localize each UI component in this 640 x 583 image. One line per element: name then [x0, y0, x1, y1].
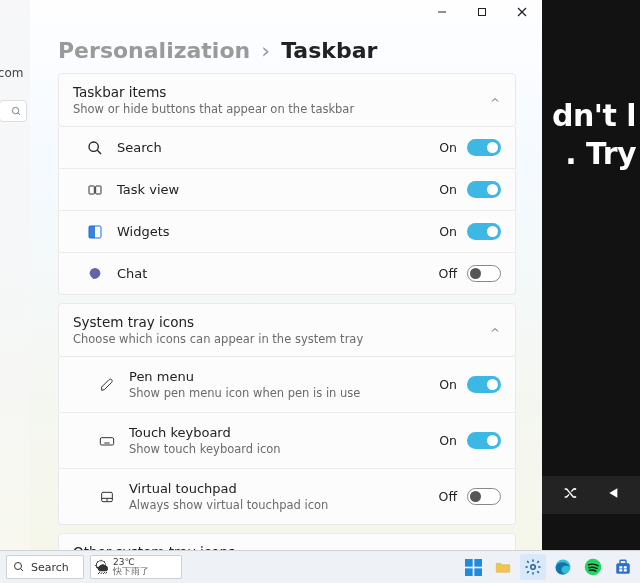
breadcrumb-separator: ›	[255, 38, 276, 63]
toggle-state-label: On	[439, 182, 457, 197]
section-system-tray-header[interactable]: System tray icons Choose which icons can…	[58, 303, 516, 357]
setting-row-search: Search On	[58, 127, 516, 169]
svg-point-6	[89, 142, 98, 151]
svg-rect-8	[89, 186, 94, 194]
setting-row-pen-menu: Pen menu Show pen menu icon when pen is …	[58, 357, 516, 413]
setting-label: Search	[117, 140, 425, 155]
virtual-touchpad-toggle[interactable]	[467, 488, 501, 505]
setting-row-chat: Chat Off	[58, 253, 516, 295]
setting-description: Show pen menu icon when pen is in use	[129, 386, 425, 400]
svg-rect-34	[624, 566, 627, 568]
previous-track-icon[interactable]	[604, 485, 620, 505]
background-window-fragment: .com	[0, 66, 23, 80]
setting-row-virtual-touchpad: Virtual touchpad Always show virtual tou…	[58, 469, 516, 525]
taskbar-search-box[interactable]: Search	[6, 555, 84, 579]
setting-label: Chat	[117, 266, 425, 281]
section-title: System tray icons	[73, 314, 363, 330]
window-caption-buttons	[30, 0, 542, 24]
toggle-state-label: On	[439, 377, 457, 392]
svg-rect-9	[96, 186, 101, 194]
svg-line-1	[18, 112, 20, 114]
svg-rect-26	[465, 568, 473, 576]
weather-icon: 🌦	[95, 560, 109, 575]
svg-rect-13	[100, 437, 113, 444]
media-controls	[542, 476, 640, 514]
svg-rect-36	[624, 569, 627, 571]
svg-rect-3	[479, 9, 486, 16]
task-view-toggle[interactable]	[467, 181, 501, 198]
keyboard-icon	[99, 433, 115, 449]
svg-line-23	[21, 569, 24, 572]
search-toggle[interactable]	[467, 139, 501, 156]
background-window-left: .com	[0, 0, 30, 550]
svg-line-7	[97, 150, 101, 154]
section-subtitle: Choose which icons can appear in the sys…	[73, 332, 363, 346]
setting-description: Always show virtual touchpad icon	[129, 498, 425, 512]
minimize-button[interactable]	[424, 1, 460, 23]
task-view-icon	[87, 182, 103, 198]
setting-label: Widgets	[117, 224, 425, 239]
svg-rect-33	[619, 566, 622, 568]
chevron-up-icon	[489, 324, 501, 336]
toggle-state-label: On	[439, 224, 457, 239]
svg-rect-27	[474, 568, 482, 576]
toggle-state-label: Off	[439, 266, 457, 281]
shuffle-icon[interactable]	[562, 485, 578, 505]
close-button[interactable]	[504, 1, 540, 23]
setting-row-task-view: Task view On	[58, 169, 516, 211]
svg-point-0	[12, 107, 18, 113]
toggle-state-label: Off	[439, 489, 457, 504]
settings-window: Personalization › Taskbar Taskbar items …	[30, 0, 542, 550]
setting-description: Show touch keyboard icon	[129, 442, 425, 456]
taskbar-app-store[interactable]	[610, 554, 636, 580]
taskbar-app-spotify[interactable]	[580, 554, 606, 580]
touchpad-icon	[99, 489, 115, 505]
taskbar-app-edge[interactable]	[550, 554, 576, 580]
page-title: Taskbar	[281, 38, 377, 63]
chat-toggle[interactable]	[467, 265, 501, 282]
pen-icon	[99, 377, 115, 393]
taskbar-search-label: Search	[31, 561, 69, 574]
chevron-up-icon	[489, 94, 501, 106]
weather-desc: 快下雨了	[113, 567, 149, 576]
setting-row-touch-keyboard: Touch keyboard Show touch keyboard icon …	[58, 413, 516, 469]
setting-row-widgets: Widgets On	[58, 211, 516, 253]
section-taskbar-items-header[interactable]: Taskbar items Show or hide buttons that …	[58, 73, 516, 127]
windows-taskbar: Search 🌦 23℃ 快下雨了	[0, 550, 640, 583]
svg-rect-32	[620, 560, 626, 564]
breadcrumb: Personalization › Taskbar	[30, 24, 542, 73]
svg-rect-31	[616, 563, 630, 574]
svg-rect-24	[465, 559, 473, 567]
setting-label: Virtual touchpad	[129, 481, 425, 496]
widgets-toggle[interactable]	[467, 223, 501, 240]
taskbar-app-explorer[interactable]	[490, 554, 516, 580]
touch-keyboard-toggle[interactable]	[467, 432, 501, 449]
setting-label: Touch keyboard	[129, 425, 425, 440]
svg-rect-11	[89, 226, 95, 238]
setting-label: Task view	[117, 182, 425, 197]
background-search-box[interactable]	[0, 100, 27, 122]
pen-menu-toggle[interactable]	[467, 376, 501, 393]
taskbar-app-settings[interactable]	[520, 554, 546, 580]
taskbar-weather-widget[interactable]: 🌦 23℃ 快下雨了	[90, 555, 182, 579]
chat-icon	[87, 266, 103, 282]
start-button[interactable]	[460, 554, 486, 580]
breadcrumb-parent[interactable]: Personalization	[58, 38, 250, 63]
setting-label: Pen menu	[129, 369, 425, 384]
svg-point-22	[15, 563, 22, 570]
section-title: Taskbar items	[73, 84, 354, 100]
settings-content: Taskbar items Show or hide buttons that …	[30, 73, 542, 571]
background-app-dark: dn't l . Try	[542, 0, 640, 550]
toggle-state-label: On	[439, 433, 457, 448]
background-text-fragment: dn't l	[552, 98, 636, 133]
search-icon	[87, 140, 103, 156]
background-text-fragment: . Try	[565, 136, 636, 171]
widgets-icon	[87, 224, 103, 240]
svg-rect-35	[619, 569, 622, 571]
toggle-state-label: On	[439, 140, 457, 155]
svg-point-28	[531, 565, 536, 570]
section-subtitle: Show or hide buttons that appear on the …	[73, 102, 354, 116]
svg-rect-25	[474, 559, 482, 567]
maximize-button[interactable]	[464, 1, 500, 23]
